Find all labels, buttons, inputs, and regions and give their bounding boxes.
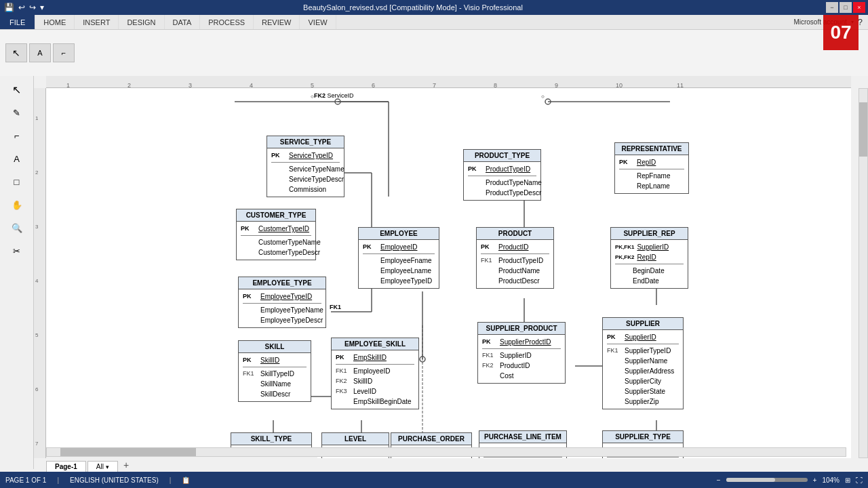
corner-badge: 07 bbox=[823, 15, 859, 50]
tab-data[interactable]: DATA bbox=[165, 15, 201, 29]
tab-home[interactable]: HOME bbox=[35, 15, 75, 29]
left-tools-panel: ↖ ✎ ⌐ A □ ✋ 🔍 ✂ bbox=[0, 76, 34, 469]
tab-file[interactable]: FILE bbox=[0, 15, 35, 29]
entity-supplier-type-header: SUPPLIER_TYPE bbox=[603, 431, 683, 443]
add-page-tab[interactable]: + bbox=[119, 458, 133, 472]
svg-point-12 bbox=[420, 357, 425, 362]
entity-product-type: PRODUCT_TYPE PKProductTypeID ProductType… bbox=[463, 149, 541, 201]
fk2-serviceid-label: FK2 ServiceID bbox=[314, 92, 354, 99]
ribbon-tab-bar: FILE HOME INSERT DESIGN DATA PROCESS REV… bbox=[0, 15, 868, 30]
ribbon-tool-pointer[interactable]: ↖ bbox=[5, 43, 27, 62]
tool-text[interactable]: A bbox=[4, 148, 30, 169]
status-right: − + 104% ⊞ ⛶ bbox=[717, 476, 863, 484]
entity-service-type: SERVICE_TYPE PKServiceTypeID ServiceType… bbox=[267, 136, 344, 197]
status-bar: PAGE 1 OF 1 | ENGLISH (UNITED STATES) | … bbox=[0, 472, 868, 488]
entity-employee-type: EMPLOYEE_TYPE PKEmployeeTypeID EmployeeT… bbox=[238, 277, 326, 328]
entity-skill-header: SKILL bbox=[239, 341, 311, 353]
tool-connector[interactable]: ⌐ bbox=[4, 125, 30, 146]
zoom-level: 104% bbox=[822, 476, 840, 484]
vertical-scrollbar[interactable] bbox=[859, 88, 868, 458]
entity-employee-skill: EMPLOYEE_SKILL PKEmpSkillID FK1EmployeeI… bbox=[331, 338, 419, 409]
entity-purchase-line-item-header: PURCHASE_LINE_ITEM bbox=[479, 431, 566, 443]
tool-pointer[interactable]: ↖ bbox=[4, 79, 30, 100]
svg-point-2 bbox=[335, 99, 340, 104]
entity-supplier-product: SUPPLIER_PRODUCT PKSupplierProdctID FK1S… bbox=[477, 322, 566, 384]
tab-view[interactable]: VIEW bbox=[300, 15, 336, 29]
entity-product-type-header: PRODUCT_TYPE bbox=[464, 150, 540, 162]
service-type-pk: ServiceTypeID bbox=[289, 150, 333, 161]
svg-point-3 bbox=[545, 99, 551, 104]
entity-customer-type-header: CUSTOMER_TYPE bbox=[237, 209, 315, 222]
customize-qat[interactable]: ▾ bbox=[39, 3, 45, 12]
entity-skill: SKILL PKSkillID FK1SkillTypeID SkillName… bbox=[238, 340, 311, 402]
fk2-circle: ○ bbox=[311, 94, 314, 100]
entity-representative: REPRESENTATIVE PKRepID RepFname RepLname bbox=[614, 142, 689, 194]
entity-service-type-header: SERVICE_TYPE bbox=[267, 136, 344, 148]
zoom-out-btn[interactable]: − bbox=[717, 476, 721, 484]
entity-skill-type-header: SKILL_TYPE bbox=[231, 433, 311, 445]
undo-button[interactable]: ↩ bbox=[17, 3, 26, 12]
fk1-label: FK1 bbox=[330, 304, 341, 310]
titlebar: 💾 ↩ ↪ ▾ BeautySalon_revised.vsd [Compati… bbox=[0, 0, 868, 15]
tab-design[interactable]: DESIGN bbox=[119, 15, 164, 29]
window-controls: − □ × bbox=[826, 2, 868, 13]
tool-pan[interactable]: ✋ bbox=[4, 194, 30, 216]
tool-zoom[interactable]: 🔍 bbox=[4, 217, 30, 239]
entity-representative-header: REPRESENTATIVE bbox=[615, 143, 688, 155]
ribbon: FILE HOME INSERT DESIGN DATA PROCESS REV… bbox=[0, 15, 868, 76]
entity-employee-skill-header: EMPLOYEE_SKILL bbox=[332, 338, 418, 350]
connector-lines bbox=[46, 88, 851, 458]
entity-supplier-product-header: SUPPLIER_PRODUCT bbox=[478, 323, 565, 335]
right-circle: ○ bbox=[541, 94, 545, 100]
tab-process[interactable]: PROCESS bbox=[200, 15, 254, 29]
entity-product: PRODUCT PKProductID FK1ProductTypeID Pro… bbox=[476, 227, 554, 289]
close-button[interactable]: × bbox=[853, 2, 865, 13]
diagram-canvas[interactable]: FK2 ServiceID ○ ○ SERVICE_TYPE PKService… bbox=[46, 88, 851, 458]
entity-employee-header: EMPLOYEE bbox=[359, 228, 439, 240]
ribbon-tool-text[interactable]: A bbox=[29, 43, 51, 62]
ruler-vertical: 1 2 3 4 5 6 7 bbox=[34, 88, 46, 458]
ruler-horizontal: 1 2 3 4 5 6 7 8 9 10 11 bbox=[46, 76, 851, 88]
tool-shape[interactable]: □ bbox=[4, 171, 30, 192]
entity-product-header: PRODUCT bbox=[477, 228, 553, 240]
tool-pencil[interactable]: ✎ bbox=[4, 102, 30, 123]
tab-insert[interactable]: INSERT bbox=[75, 15, 119, 29]
minimize-button[interactable]: − bbox=[826, 2, 838, 13]
page-count: PAGE 1 OF 1 bbox=[5, 476, 46, 484]
entity-purchase-order-header: PURCHASE_ORDER bbox=[391, 433, 471, 445]
quick-access-toolbar: 💾 ↩ ↪ ▾ bbox=[0, 0, 45, 15]
ribbon-tool-connector[interactable]: ⌐ bbox=[53, 43, 75, 62]
save-button[interactable]: 💾 bbox=[3, 3, 16, 12]
entity-supplier-rep: SUPPLIER_REP PK,FK1SupplierID PK,FK2RepI… bbox=[610, 227, 688, 289]
status-icon: 📋 bbox=[182, 476, 190, 484]
zoom-in-btn[interactable]: + bbox=[813, 476, 817, 484]
entity-supplier: SUPPLIER PKSupplierID FK1SupplierTypeID … bbox=[602, 317, 684, 409]
tab-review[interactable]: REVIEW bbox=[254, 15, 300, 29]
redo-button[interactable]: ↪ bbox=[28, 3, 37, 12]
entity-level-header: LEVEL bbox=[322, 433, 389, 445]
window-title: BeautySalon_revised.vsd [Compatibility M… bbox=[0, 3, 826, 12]
page-tabs: Page-1 All ▾ + bbox=[46, 457, 317, 472]
horizontal-scrollbar[interactable] bbox=[46, 447, 846, 457]
page-tab-all[interactable]: All ▾ bbox=[87, 461, 118, 472]
entity-customer-type: CUSTOMER_TYPE PKCustomerTypeID CustomerT… bbox=[236, 209, 316, 260]
maximize-button[interactable]: □ bbox=[840, 2, 852, 13]
entity-supplier-rep-header: SUPPLIER_REP bbox=[611, 228, 688, 240]
full-screen-btn[interactable]: ⛶ bbox=[856, 476, 863, 484]
entity-employee-type-header: EMPLOYEE_TYPE bbox=[239, 277, 326, 289]
page-tab-1[interactable]: Page-1 bbox=[46, 461, 86, 472]
fit-page-btn[interactable]: ⊞ bbox=[845, 476, 850, 484]
tool-crop[interactable]: ✂ bbox=[4, 240, 30, 262]
entity-supplier-header: SUPPLIER bbox=[603, 318, 683, 330]
language-status: ENGLISH (UNITED STATES) bbox=[70, 476, 159, 484]
entity-employee: EMPLOYEE PKEmployeeID EmployeeFname Empl… bbox=[358, 227, 439, 289]
